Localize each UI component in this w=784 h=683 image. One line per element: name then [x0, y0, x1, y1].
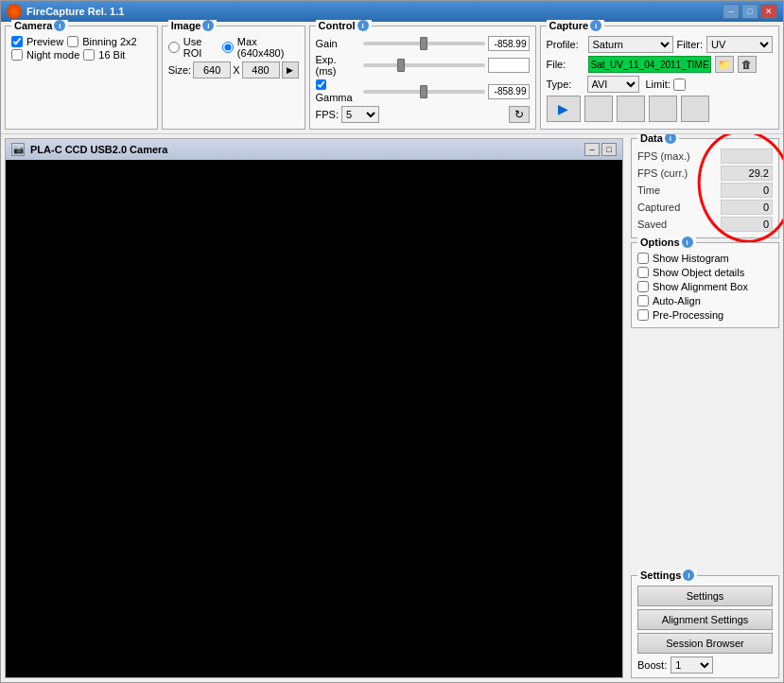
profile-select[interactable]: Saturn [588, 36, 673, 53]
title-bar-buttons: – □ ✕ [723, 4, 777, 19]
capture-info-icon: i [590, 20, 601, 31]
settings-panel-title: Settings i [637, 569, 697, 581]
limit-checkbox[interactable] [673, 79, 686, 91]
gain-value: -858.99 [488, 36, 530, 51]
right-sidebar: Data i FPS (max.) FPS (curr.) 29.2 [627, 134, 783, 682]
alignment-settings-button[interactable]: Alignment Settings [637, 609, 773, 630]
object-label: Show Object details [653, 267, 744, 278]
file-row: File: Sat_UV_11_04_2011_TIME 📁 🗑 [547, 56, 774, 73]
refresh-button[interactable]: ↻ [509, 106, 530, 123]
pre-processing-checkbox[interactable] [637, 309, 649, 321]
time-row: Time 0 [637, 183, 773, 198]
image-panel-title: Image i [168, 20, 218, 31]
type-label: Type: [547, 79, 584, 90]
exp-slider[interactable] [363, 63, 485, 67]
playback-row: ▶ [547, 96, 774, 122]
settings-info-icon: i [683, 569, 694, 581]
camera-window-controls: – □ [584, 143, 617, 156]
binning-label: Binning 2x2 [82, 36, 137, 47]
limit-label: Limit: [646, 79, 671, 90]
night-checkbox[interactable] [11, 49, 23, 61]
fps-curr-label: FPS (curr.) [637, 167, 688, 179]
capture-ctrl-2[interactable] [617, 96, 645, 122]
maximize-button[interactable]: □ [741, 4, 758, 19]
folder-button[interactable]: 📁 [715, 56, 734, 73]
roi-row: Use ROI Max (640x480) [168, 36, 299, 59]
width-input[interactable] [193, 61, 231, 79]
boost-label: Boost: [637, 659, 667, 671]
night-label: Night mode [26, 49, 79, 61]
night-row: Night mode 16 Bit [11, 49, 151, 61]
gamma-slider[interactable] [363, 90, 485, 94]
control-info-icon: i [357, 20, 369, 31]
control-panel: Control i Gain -858.99 Exp. (ms) [309, 26, 536, 130]
max-label: Max (640x480) [237, 36, 299, 59]
fps-label: FPS: [316, 109, 339, 120]
camera-window-title: 📷 PLA-C CCD USB2.0 Camera – □ [6, 139, 622, 160]
delete-file-button[interactable]: 🗑 [738, 56, 757, 73]
fps-curr-value: 29.2 [721, 166, 773, 181]
sidebar-spacer [631, 332, 779, 571]
type-select[interactable]: AVI SER FITS [587, 76, 639, 93]
saved-value: 0 [721, 217, 773, 232]
camera-window: 📷 PLA-C CCD USB2.0 Camera – □ [5, 138, 623, 678]
size-apply-button[interactable]: ▶ [282, 61, 299, 79]
time-label: Time [637, 184, 660, 196]
size-label: Size: [168, 64, 191, 76]
play-button[interactable]: ▶ [547, 96, 581, 122]
camera-panel-title: Camera i [11, 20, 68, 31]
control-panel-title: Control i [316, 20, 372, 31]
binning-checkbox[interactable] [67, 36, 78, 47]
data-info-icon: i [665, 134, 676, 144]
options-panel: Options i Show Histogram Show Object det… [631, 242, 779, 328]
captured-value: 0 [721, 200, 773, 215]
pre-processing-row: Pre-Processing [637, 309, 773, 321]
data-panel-title: Data i [637, 134, 679, 144]
preview-checkbox[interactable] [11, 36, 23, 47]
capture-ctrl-4[interactable] [681, 96, 709, 122]
camera-window-icon: 📷 [11, 143, 25, 156]
height-input[interactable] [242, 61, 280, 79]
data-panel: Data i FPS (max.) FPS (curr.) 29.2 [631, 138, 779, 238]
camera-maximize-button[interactable]: □ [601, 143, 617, 156]
gain-row: Gain -858.99 [316, 36, 530, 51]
capture-ctrl-3[interactable] [649, 96, 677, 122]
size-row: Size: X ▶ [168, 61, 299, 79]
gamma-label: Gamma [316, 79, 360, 103]
preview-label: Preview [26, 36, 63, 47]
type-row: Type: AVI SER FITS Limit: [547, 76, 774, 93]
main-window: FireCapture Rel. 1.1 – □ ✕ Camera i Prev… [0, 0, 784, 683]
file-name-display: Sat_UV_11_04_2011_TIME [588, 56, 711, 73]
auto-align-checkbox[interactable] [637, 295, 649, 306]
gamma-checkbox[interactable] [316, 79, 326, 90]
session-browser-button[interactable]: Session Browser [637, 633, 773, 654]
bit16-checkbox[interactable] [83, 49, 95, 61]
profile-label: Profile: [547, 39, 584, 50]
fps-row: FPS: 5 10 15 25 30 ↻ [316, 106, 530, 123]
camera-panel: Camera i Preview Binning 2x2 Night mode … [5, 26, 158, 130]
fps-select[interactable]: 5 10 15 25 30 [341, 106, 379, 123]
auto-align-label: Auto-Align [653, 295, 701, 306]
minimize-button[interactable]: – [723, 4, 740, 19]
use-roi-radio[interactable] [168, 42, 180, 53]
options-panel-title: Options i [637, 236, 696, 248]
boost-select[interactable]: 1 2 4 [671, 657, 713, 674]
captured-label: Captured [637, 201, 680, 213]
alignment-box-checkbox[interactable] [637, 281, 649, 292]
close-button[interactable]: ✕ [760, 4, 777, 19]
object-checkbox[interactable] [637, 267, 649, 278]
histogram-checkbox[interactable] [637, 253, 649, 264]
captured-row: Captured 0 [637, 200, 773, 215]
fps-curr-row: FPS (curr.) 29.2 [637, 166, 773, 181]
exp-row: Exp. (ms) [316, 54, 530, 77]
capture-ctrl-1[interactable] [584, 96, 613, 122]
filter-select[interactable]: UV IR RGB [706, 36, 773, 53]
settings-button[interactable]: Settings [637, 586, 773, 606]
max-radio[interactable] [222, 42, 234, 53]
fps-max-row: FPS (max.) [637, 149, 773, 164]
gain-slider[interactable] [363, 42, 485, 45]
title-bar-text: FireCapture Rel. 1.1 [26, 6, 723, 17]
camera-minimize-button[interactable]: – [584, 143, 600, 156]
gamma-row: Gamma -858.99 [316, 79, 530, 103]
saved-row: Saved 0 [637, 217, 773, 232]
